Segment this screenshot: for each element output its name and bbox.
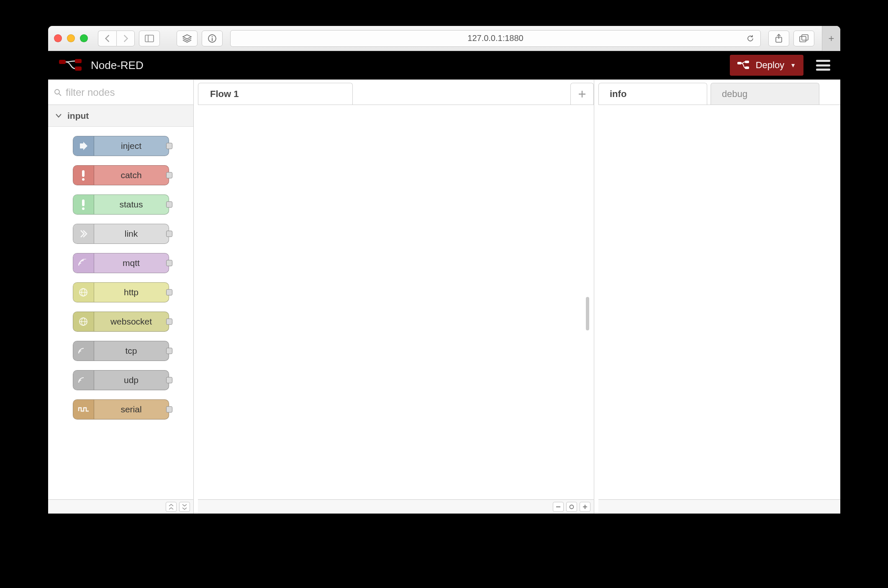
svg-point-31 bbox=[570, 505, 574, 509]
node-port bbox=[166, 406, 172, 413]
scrollbar[interactable] bbox=[586, 297, 589, 330]
zoom-in-button[interactable] bbox=[580, 502, 590, 512]
minimize-window-button[interactable] bbox=[67, 34, 75, 42]
svg-rect-0 bbox=[145, 35, 154, 42]
back-button[interactable] bbox=[98, 31, 116, 46]
info-icon-button[interactable] bbox=[202, 31, 223, 46]
bridge-icon bbox=[73, 341, 94, 360]
node-port bbox=[166, 231, 172, 237]
palette-node-catch[interactable]: catch bbox=[73, 165, 169, 185]
globe-icon bbox=[73, 283, 94, 302]
app-title: Node-RED bbox=[91, 59, 144, 72]
palette-node-udp[interactable]: udp bbox=[73, 370, 169, 390]
serial-icon bbox=[73, 400, 94, 419]
sidebar-tab-info[interactable]: info bbox=[598, 83, 707, 105]
node-port bbox=[166, 377, 172, 383]
forward-button[interactable] bbox=[116, 31, 135, 46]
address-text: 127.0.0.1:1880 bbox=[467, 33, 523, 43]
bridge-icon bbox=[73, 371, 94, 390]
palette-node-link[interactable]: link bbox=[73, 224, 169, 244]
bridge-icon bbox=[73, 253, 94, 273]
node-label: link bbox=[94, 229, 169, 239]
deploy-label: Deploy bbox=[756, 60, 784, 71]
search-icon bbox=[54, 89, 62, 96]
alert-icon bbox=[73, 195, 94, 214]
flow-tabs: Flow 1 bbox=[198, 80, 594, 105]
palette-node-mqtt[interactable]: mqtt bbox=[73, 253, 169, 273]
palette-node-serial[interactable]: serial bbox=[73, 399, 169, 419]
svg-rect-14 bbox=[745, 61, 749, 63]
svg-rect-11 bbox=[75, 59, 82, 63]
sidebar-footer bbox=[598, 499, 840, 514]
node-label: websocket bbox=[94, 317, 169, 327]
close-window-button[interactable] bbox=[54, 34, 62, 42]
svg-rect-20 bbox=[82, 199, 85, 206]
menu-button[interactable] bbox=[816, 60, 830, 71]
node-label: status bbox=[94, 199, 169, 210]
svg-point-21 bbox=[82, 207, 85, 210]
stack-icon[interactable] bbox=[177, 31, 198, 46]
flow-tab[interactable]: Flow 1 bbox=[198, 83, 353, 105]
zoom-reset-button[interactable] bbox=[566, 502, 577, 512]
node-list: inject catch status bbox=[48, 127, 193, 499]
svg-rect-13 bbox=[737, 62, 742, 64]
browser-window: 127.0.0.1:1880 + bbox=[48, 26, 840, 514]
node-port bbox=[166, 348, 172, 354]
svg-rect-15 bbox=[745, 66, 749, 69]
svg-point-4 bbox=[212, 36, 213, 37]
workspace-footer bbox=[198, 499, 594, 514]
sidebar-tab-debug[interactable]: debug bbox=[711, 83, 819, 105]
node-red-logo-icon bbox=[58, 58, 83, 72]
category-label: input bbox=[67, 111, 89, 121]
svg-rect-10 bbox=[59, 60, 66, 64]
new-tab-button[interactable]: + bbox=[822, 26, 840, 51]
add-flow-button[interactable] bbox=[570, 83, 594, 105]
sidebar-content bbox=[598, 105, 840, 499]
alert-icon bbox=[73, 166, 94, 185]
sidebar: info debug bbox=[598, 80, 840, 514]
reload-icon[interactable] bbox=[746, 34, 755, 43]
palette-node-inject[interactable]: inject bbox=[73, 136, 169, 156]
deploy-button[interactable]: Deploy ▼ bbox=[730, 55, 803, 76]
window-controls bbox=[54, 34, 88, 42]
node-label: tcp bbox=[94, 346, 169, 356]
flow-tab-label: Flow 1 bbox=[210, 89, 239, 100]
palette: input inject catch bbox=[48, 80, 194, 514]
chevron-down-icon bbox=[56, 114, 62, 118]
svg-rect-8 bbox=[800, 36, 806, 42]
app-header: Node-RED Deploy ▼ bbox=[48, 51, 840, 79]
node-port bbox=[166, 319, 172, 325]
svg-point-16 bbox=[55, 89, 59, 94]
category-header-input[interactable]: input bbox=[48, 105, 193, 127]
node-label: catch bbox=[94, 170, 169, 180]
link-icon bbox=[73, 224, 94, 243]
collapse-all-button[interactable] bbox=[166, 502, 177, 512]
sidebar-toggle-button[interactable] bbox=[139, 31, 160, 46]
share-button[interactable] bbox=[768, 31, 789, 46]
address-bar[interactable]: 127.0.0.1:1880 bbox=[230, 30, 761, 47]
zoom-out-button[interactable] bbox=[553, 502, 564, 512]
sidebar-tabs: info debug bbox=[598, 80, 840, 105]
svg-point-19 bbox=[82, 178, 85, 181]
filter-input[interactable] bbox=[66, 87, 191, 98]
expand-all-button[interactable] bbox=[179, 502, 190, 512]
inject-icon bbox=[73, 136, 94, 156]
palette-node-websocket[interactable]: websocket bbox=[73, 312, 169, 332]
tabs-button[interactable] bbox=[793, 31, 814, 46]
palette-node-status[interactable]: status bbox=[73, 194, 169, 215]
node-label: serial bbox=[94, 404, 169, 414]
node-label: http bbox=[94, 287, 169, 297]
app-body: input inject catch bbox=[48, 79, 840, 514]
node-port bbox=[166, 143, 172, 149]
deploy-icon bbox=[737, 61, 750, 70]
tab-label: info bbox=[610, 89, 626, 100]
palette-node-tcp[interactable]: tcp bbox=[73, 341, 169, 361]
browser-toolbar: 127.0.0.1:1880 + bbox=[48, 26, 840, 51]
node-port bbox=[166, 289, 172, 296]
palette-filter bbox=[48, 80, 193, 105]
flow-canvas[interactable] bbox=[198, 105, 594, 499]
svg-rect-18 bbox=[82, 170, 85, 177]
node-label: inject bbox=[94, 141, 169, 151]
fullscreen-window-button[interactable] bbox=[80, 34, 88, 42]
palette-node-http[interactable]: http bbox=[73, 282, 169, 302]
